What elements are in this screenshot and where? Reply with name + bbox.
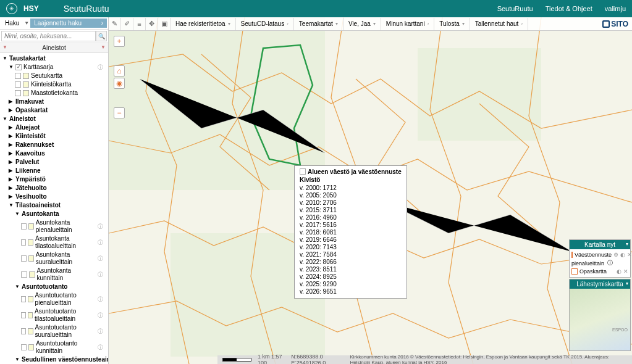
info-icon[interactable]: ⓘ <box>607 259 613 267</box>
tree-item[interactable]: ▶Ympäristö <box>0 175 108 184</box>
checkbox[interactable] <box>15 64 22 70</box>
nav-tiedot[interactable]: Tiedot & Ohjeet <box>546 5 592 12</box>
nav-user[interactable]: valimju <box>605 5 626 12</box>
panel-minimap: Lähestymiskartta▾ <box>569 279 631 351</box>
panel-header[interactable]: Lähestymiskartta▾ <box>570 279 630 289</box>
tree-item[interactable]: ▼Tilastoaineistot <box>0 201 108 210</box>
map-toolbar: ✎ ✐ ≡ ✥ ▣ Hae rekisteritietoa▾ SeutuCD-l… <box>109 17 632 31</box>
tree-item[interactable]: Asuntotuotanto tilastoalueittainⓘ <box>0 307 108 323</box>
tree-label: Kaavoitus <box>15 150 45 157</box>
tree-item[interactable]: Asuntotuotanto kunnittainⓘ <box>0 339 108 355</box>
tree-item[interactable]: ▶Vesihuolto <box>0 192 108 201</box>
tree-item[interactable]: Seutukartta <box>0 72 108 80</box>
info-icon[interactable]: ⓘ <box>98 344 106 351</box>
menu-seutucd[interactable]: SeutuCD-lataus› <box>236 18 294 30</box>
close-icon[interactable]: ✕ <box>627 252 632 258</box>
chevron-icon: ▶ <box>9 107 14 114</box>
settings-icon[interactable]: ⚙ <box>613 252 618 258</box>
opacity-icon[interactable]: ◐ <box>617 268 621 275</box>
tree-item[interactable]: ▶Rakennukset <box>0 141 108 149</box>
tree-item[interactable]: ▶Aluejaot <box>0 123 108 132</box>
chevron-down-icon[interactable]: ▼ <box>24 20 29 26</box>
credits-text: Kirkkonummen kunta 2016 © Väestöennustet… <box>350 354 627 364</box>
layer-swatch-icon <box>28 239 33 246</box>
chevron-icon: ▶ <box>9 176 14 183</box>
checkbox[interactable] <box>15 73 21 79</box>
tree-item[interactable]: ▼Karttasarjaⓘ <box>0 63 108 72</box>
hsy-logo-icon: ✳ <box>6 3 17 14</box>
tree-item[interactable]: ▶Ilmakuvat <box>0 97 108 106</box>
extended-search-toggle[interactable]: Laajennettu haku› <box>30 19 107 28</box>
menu-tallennetut[interactable]: Tallennetut haut› <box>470 18 528 30</box>
tree-label: Asuntokanta kunnittain <box>37 267 98 282</box>
tree-item[interactable]: ▼Aineistot <box>0 115 108 123</box>
tree-item[interactable]: Asuntokanta suuralueittainⓘ <box>0 250 108 267</box>
minimap-canvas[interactable] <box>570 289 630 350</box>
tool-select-icon[interactable]: ▣ <box>158 18 171 30</box>
info-icon[interactable]: ⓘ <box>98 328 106 335</box>
info-icon[interactable]: ⓘ <box>98 296 106 303</box>
info-icon[interactable]: ⓘ <box>98 64 106 71</box>
tree-item[interactable]: ▶Kaavoitus <box>0 149 108 158</box>
checkbox[interactable] <box>21 312 26 318</box>
tree-item[interactable]: ▼Seudullinen väestöennusteaineisto <box>0 355 108 364</box>
zoom-out-button[interactable]: − <box>114 107 125 118</box>
checkbox[interactable] <box>21 328 26 334</box>
menu-hae[interactable]: Hae rekisteritietoa▾ <box>171 18 236 30</box>
nav-seuturuutu[interactable]: SeutuRuutu <box>497 5 533 12</box>
tree-item[interactable]: Asuntotuotanto suuralueittainⓘ <box>0 323 108 339</box>
tree-item[interactable]: ▶Liikenne <box>0 167 108 175</box>
tree-item[interactable]: Asuntokanta kunnittainⓘ <box>0 267 108 283</box>
search-button[interactable]: 🔍 <box>96 31 107 41</box>
tree-label: Maastotietokanta <box>31 89 78 97</box>
tree-item[interactable]: Asuntokanta tilastoalueittainⓘ <box>0 234 108 250</box>
tree-item[interactable]: ▶Opaskartat <box>0 106 108 115</box>
chevron-icon: ▶ <box>9 184 14 192</box>
info-icon[interactable]: ⓘ <box>98 312 106 319</box>
checkbox[interactable] <box>21 271 27 278</box>
tree-item[interactable]: Asuntotuotanto pienalueittainⓘ <box>0 291 108 307</box>
menu-vie[interactable]: Vie, Jaa▾ <box>343 18 381 30</box>
tree-item[interactable]: ▼Asuntokanta <box>0 210 108 218</box>
tree-item[interactable]: ▼Asuntotuotanto <box>0 283 108 291</box>
tool-measure-icon[interactable]: ≡ <box>133 18 146 30</box>
info-icon[interactable]: ⓘ <box>98 223 106 230</box>
opacity-icon[interactable]: ◐ <box>620 252 625 258</box>
zoom-in-button[interactable]: + <box>114 36 125 47</box>
checkbox[interactable] <box>21 239 26 246</box>
close-icon[interactable]: ✕ <box>623 268 628 275</box>
checkbox[interactable] <box>21 296 26 302</box>
tool-add-icon[interactable]: ✎ <box>109 18 121 30</box>
tree-item[interactable]: Maastotietokanta <box>0 89 108 97</box>
panel-header[interactable]: Kartalla nyt▾ <box>570 240 630 249</box>
checkbox[interactable] <box>15 90 21 96</box>
tree-item[interactable]: Asuntokanta pienalueittainⓘ <box>0 218 108 234</box>
section-aineistot[interactable]: ▼ Aineistot ▼ <box>0 43 108 53</box>
popup-data-row: v. 2015: 3711 <box>300 207 402 214</box>
checkbox[interactable] <box>21 344 27 350</box>
tree-item[interactable]: ▼Taustakartat <box>0 54 108 63</box>
menu-minun[interactable]: Minun karttani› <box>381 18 434 30</box>
info-icon[interactable]: ⓘ <box>98 271 106 278</box>
checkbox[interactable] <box>21 223 27 230</box>
tool-edit-icon[interactable]: ✐ <box>121 18 133 30</box>
chevron-icon: ▼ <box>15 210 20 218</box>
tool-move-icon[interactable]: ✥ <box>146 18 158 30</box>
globe-button[interactable]: ◉ <box>114 78 125 89</box>
checkbox[interactable] <box>15 81 21 88</box>
checkbox[interactable] <box>21 255 27 262</box>
menu-teemakartat[interactable]: Teemakartat▾ <box>294 18 343 30</box>
info-icon[interactable]: ⓘ <box>98 255 106 262</box>
popup-data-row: v. 2017: 5616 <box>300 221 402 229</box>
tree-label: Liikenne <box>15 167 41 175</box>
info-icon[interactable]: ⓘ <box>98 239 106 246</box>
tree-item[interactable]: ▶Jätehuolto <box>0 184 108 192</box>
menu-tulosta[interactable]: Tulosta▾ <box>434 18 470 30</box>
map[interactable]: ✎ ✐ ≡ ✥ ▣ Hae rekisteritietoa▾ SeutuCD-l… <box>109 17 632 364</box>
tree-item[interactable]: Kiinteistökartta <box>0 80 108 89</box>
home-extent-button[interactable]: ⌂ <box>114 65 125 77</box>
tree-item[interactable]: ▶Kiinteistöt <box>0 132 108 141</box>
tree-item[interactable]: ▶Palvelut <box>0 158 108 167</box>
search-input[interactable] <box>1 31 96 41</box>
chevron-icon: ▼ <box>15 283 20 291</box>
